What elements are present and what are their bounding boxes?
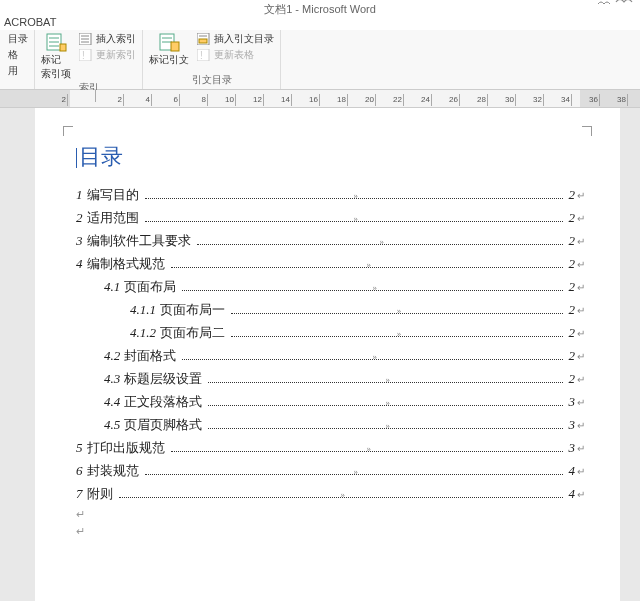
toc-label: 编制软件工具要求 [87, 232, 191, 250]
return-mark: ↵ [577, 259, 585, 270]
toc-page: 2 [569, 371, 576, 387]
return-mark: ↵ [577, 190, 585, 201]
toc-label: 封装规范 [87, 462, 139, 480]
horizontal-ruler[interactable]: 2246810121416182022242628303234363840 [0, 90, 640, 108]
toc-entry[interactable]: 4.4正文段落格式3↵ [70, 393, 585, 411]
toc-label: 编制格式规范 [87, 255, 165, 273]
toc-number: 4.3 [104, 371, 120, 387]
update-index-icon: ! [79, 49, 93, 61]
insert-citation-toc-button[interactable]: 插入引文目录 [197, 32, 274, 46]
toc-entry[interactable]: 4.1.2页面布局二2↵ [70, 324, 585, 342]
ruler-ticks: 2246810121416182022242628303234363840 [40, 90, 640, 107]
toc-leader [171, 267, 563, 268]
mark-index-label: 标记 索引项 [41, 53, 71, 81]
toc-label: 页面布局二 [160, 324, 225, 342]
toc-entry[interactable]: 7附则4↵ [70, 485, 585, 503]
return-mark: ↵ [577, 213, 585, 224]
return-mark: ↵ [577, 305, 585, 316]
toc-page: 3 [569, 417, 576, 433]
title-text: 文档1 - Microsoft Word [264, 3, 376, 15]
toc-entry[interactable]: 4.5页眉页脚格式3↵ [70, 416, 585, 434]
toc-leader [182, 290, 562, 291]
paragraph-mark: ↵ [76, 525, 585, 538]
toc-label: 页眉页脚格式 [124, 416, 202, 434]
toc-label: 打印出版规范 [87, 439, 165, 457]
toc-page: 4 [569, 463, 576, 479]
toc-label: 页面布局 [124, 278, 176, 296]
margin-corner-tr [582, 126, 592, 136]
insert-index-button[interactable]: 插入索引 [79, 32, 136, 46]
toc-entry[interactable]: 4.1.1页面布局一2↵ [70, 301, 585, 319]
mark-index-entry-button[interactable]: 标记 索引项 [41, 32, 71, 81]
svg-rect-14 [171, 42, 179, 51]
return-mark: ↵ [577, 374, 585, 385]
insert-citation-label: 插入引文目录 [214, 32, 274, 46]
update-index-button[interactable]: ! 更新索引 [79, 48, 136, 62]
toc-leader [145, 221, 563, 222]
toc-number: 4.1 [104, 279, 120, 295]
toc-number: 4.5 [104, 417, 120, 433]
toc-label: 正文段落格式 [124, 393, 202, 411]
toc-entry[interactable]: 4编制格式规范2↵ [70, 255, 585, 273]
update-index-label: 更新索引 [96, 48, 136, 62]
toc-btn-2[interactable]: 格 [8, 48, 28, 62]
return-mark: ↵ [577, 420, 585, 431]
tab-acrobat[interactable]: ACROBAT [4, 16, 56, 28]
toc-leader [197, 244, 563, 245]
toc-number: 4.2 [104, 348, 120, 364]
svg-rect-9 [79, 49, 91, 61]
toc-entry[interactable]: 5打印出版规范3↵ [70, 439, 585, 457]
toc-container: 1编写目的2↵2适用范围2↵3编制软件工具要求2↵4编制格式规范2↵4.1页面布… [70, 186, 585, 503]
group-label-toc [8, 87, 28, 89]
toc-entry[interactable]: 2适用范围2↵ [70, 209, 585, 227]
toc-entry[interactable]: 1编写目的2↵ [70, 186, 585, 204]
toc-number: 4.1.2 [130, 325, 156, 341]
insert-index-icon [79, 33, 93, 45]
toc-label: 封面格式 [124, 347, 176, 365]
toc-entry[interactable]: 4.1页面布局2↵ [70, 278, 585, 296]
toc-page: 2 [569, 325, 576, 341]
return-mark: ↵ [577, 489, 585, 500]
toc-leader [208, 382, 562, 383]
citation-icon [158, 32, 180, 52]
toc-page: 2 [569, 348, 576, 364]
toc-entry[interactable]: 6封装规范4↵ [70, 462, 585, 480]
update-citation-table-button[interactable]: ! 更新表格 [197, 48, 274, 62]
toc-btn-3[interactable]: 用 [8, 64, 28, 78]
toc-number: 4.4 [104, 394, 120, 410]
toc-btn-1[interactable]: 目录 [8, 32, 28, 46]
toc-number: 1 [76, 187, 83, 203]
ribbon-tab-row: ACROBAT [0, 16, 640, 30]
group-label-citation: 引文目录 [149, 73, 274, 89]
update-citation-icon: ! [197, 49, 211, 61]
svg-rect-4 [60, 44, 66, 51]
toc-label: 页面布局一 [160, 301, 225, 319]
toc-entry[interactable]: 4.3标题层级设置2↵ [70, 370, 585, 388]
return-mark: ↵ [577, 328, 585, 339]
toc-entry[interactable]: 3编制软件工具要求2↵ [70, 232, 585, 250]
window-title: 文档1 - Microsoft Word [0, 0, 640, 16]
decor-birds [596, 0, 636, 16]
toc-page: 2 [569, 256, 576, 272]
toc-label: 适用范围 [87, 209, 139, 227]
toc-entry[interactable]: 4.2封面格式2↵ [70, 347, 585, 365]
insert-citation-icon [197, 33, 211, 45]
return-mark: ↵ [577, 466, 585, 477]
index-icon [45, 32, 67, 52]
mark-citation-label: 标记引文 [149, 53, 189, 67]
toc-number: 7 [76, 486, 83, 502]
toc-leader [119, 497, 563, 498]
toc-leader [145, 198, 563, 199]
toc-page: 2 [569, 302, 576, 318]
toc-page: 2 [569, 210, 576, 226]
toc-page: 3 [569, 394, 576, 410]
toc-heading: 目录 [76, 142, 585, 172]
ribbon-group-citation: 标记引文 插入引文目录 ! 更新表格 引文目录 [143, 30, 281, 89]
toc-leader [231, 336, 563, 337]
toc-page: 2 [569, 187, 576, 203]
toc-page: 3 [569, 440, 576, 456]
mark-citation-button[interactable]: 标记引文 [149, 32, 189, 67]
page[interactable]: 目录 1编写目的2↵2适用范围2↵3编制软件工具要求2↵4编制格式规范2↵4.1… [35, 108, 620, 601]
insert-index-label: 插入索引 [96, 32, 136, 46]
toc-leader [171, 451, 563, 452]
